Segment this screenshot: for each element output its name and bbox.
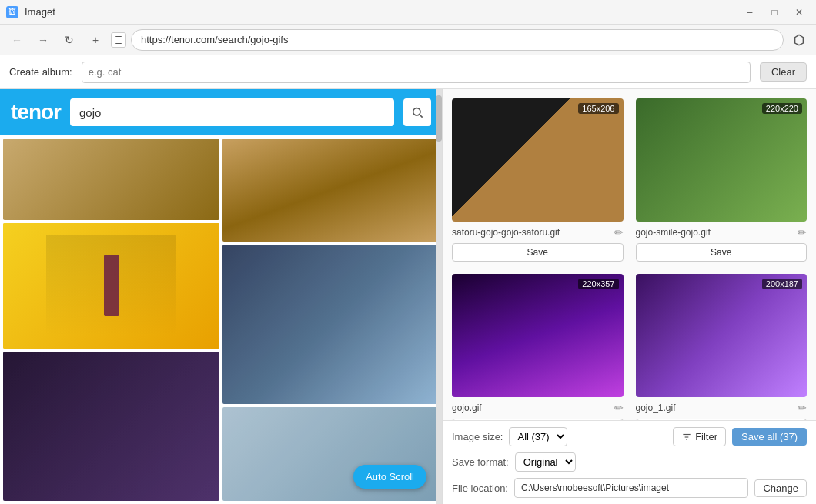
image-name: gojo-smile-gojo.gif <box>636 227 794 238</box>
image-dimensions: 165x206 <box>578 103 618 114</box>
image-thumbnail[interactable]: 220x220 <box>636 98 808 222</box>
minimize-button[interactable]: – <box>739 5 761 20</box>
save-format-select[interactable]: Original <box>515 452 576 472</box>
window-controls: – □ ✕ <box>739 5 810 20</box>
image-name: gojo_1.gif <box>636 402 794 413</box>
save-format-label: Save format: <box>452 456 509 468</box>
list-item[interactable] <box>222 139 439 242</box>
edit-icon[interactable]: ✏ <box>614 226 624 239</box>
image-card: 165x206 satoru-gojo-gojo-satoru.gif ✏ Sa… <box>452 98 624 262</box>
images-grid: 165x206 satoru-gojo-gojo-satoru.gif ✏ Sa… <box>443 89 816 420</box>
save-all-button[interactable]: Save all (37) <box>732 428 807 446</box>
svg-rect-0 <box>115 36 122 43</box>
location-row: File location: Change <box>452 478 807 498</box>
gif-column-right <box>222 139 439 501</box>
close-button[interactable]: ✕ <box>788 5 810 20</box>
list-item[interactable] <box>3 223 219 349</box>
address-icon[interactable] <box>111 32 126 48</box>
image-size-label: Image size: <box>452 431 503 442</box>
app-icon: 🖼 <box>6 6 18 18</box>
new-tab-button[interactable]: + <box>85 29 106 51</box>
image-thumbnail[interactable]: 165x206 <box>452 98 624 222</box>
album-input[interactable] <box>82 62 751 83</box>
change-button[interactable]: Change <box>754 479 807 497</box>
maximize-button[interactable]: □ <box>764 5 785 20</box>
image-name: gojo.gif <box>452 402 610 413</box>
bottom-controls: Image size: All (37) Filter Save all (37… <box>443 420 816 504</box>
titlebar: 🖼 Imaget – □ ✕ <box>0 0 816 25</box>
image-card: 220x357 gojo.gif ✏ Save <box>452 274 624 420</box>
tenor-search-button[interactable] <box>403 98 431 126</box>
browser-bar: ← → ↻ + <box>0 25 816 55</box>
edit-icon[interactable]: ✏ <box>614 402 624 414</box>
svg-line-2 <box>420 115 423 118</box>
bookmark-button[interactable] <box>788 29 810 51</box>
list-item[interactable] <box>3 352 219 501</box>
forward-button[interactable]: → <box>32 29 54 51</box>
image-size-select[interactable]: All (37) <box>509 427 567 446</box>
size-row: Image size: All (37) Filter Save all (37… <box>452 427 807 446</box>
svg-point-1 <box>413 108 420 115</box>
image-dimensions: 220x357 <box>578 279 618 289</box>
file-location-label: File location: <box>452 482 508 494</box>
edit-icon[interactable]: ✏ <box>798 226 807 239</box>
tenor-header: tenor <box>0 89 442 135</box>
save-button[interactable]: Save <box>636 243 808 262</box>
right-panel: 165x206 satoru-gojo-gojo-satoru.gif ✏ Sa… <box>443 89 816 504</box>
format-row: Save format: Original <box>452 452 807 472</box>
image-thumbnail[interactable]: 200x187 <box>636 274 808 397</box>
image-info: gojo.gif ✏ <box>452 402 624 414</box>
file-location-input[interactable] <box>514 478 748 498</box>
edit-icon[interactable]: ✏ <box>798 402 807 414</box>
tenor-search-input[interactable] <box>70 98 394 126</box>
list-item[interactable] <box>222 245 439 404</box>
image-thumbnail[interactable]: 220x357 <box>452 274 624 397</box>
tenor-logo: tenor <box>11 100 61 125</box>
titlebar-left: 🖼 Imaget <box>6 6 55 18</box>
image-card: 200x187 gojo_1.gif ✏ Save <box>636 274 808 420</box>
clear-button[interactable]: Clear <box>760 62 807 82</box>
image-info: satoru-gojo-gojo-satoru.gif ✏ <box>452 226 624 239</box>
main-content: tenor <box>0 89 816 504</box>
gif-column-left <box>3 139 219 501</box>
auto-scroll-button[interactable]: Auto Scroll <box>353 465 426 489</box>
save-button[interactable]: Save <box>452 243 624 262</box>
gif-grid <box>0 135 442 504</box>
app-title: Imaget <box>25 6 55 18</box>
left-panel: tenor <box>0 89 443 504</box>
refresh-button[interactable]: ↻ <box>59 29 80 51</box>
back-button[interactable]: ← <box>6 29 28 51</box>
list-item[interactable] <box>3 139 219 220</box>
filter-button[interactable]: Filter <box>673 427 726 446</box>
image-dimensions: 200x187 <box>762 279 802 289</box>
app-bar: Create album: Clear <box>0 55 816 89</box>
image-info: gojo-smile-gojo.gif ✏ <box>636 226 808 239</box>
image-info: gojo_1.gif ✏ <box>636 402 808 414</box>
filter-label: Filter <box>695 431 717 442</box>
image-name: satoru-gojo-gojo-satoru.gif <box>452 227 610 238</box>
image-dimensions: 220x220 <box>762 103 802 114</box>
image-card: 220x220 gojo-smile-gojo.gif ✏ Save <box>636 98 808 262</box>
address-bar[interactable] <box>131 29 784 51</box>
album-label: Create album: <box>9 66 72 78</box>
